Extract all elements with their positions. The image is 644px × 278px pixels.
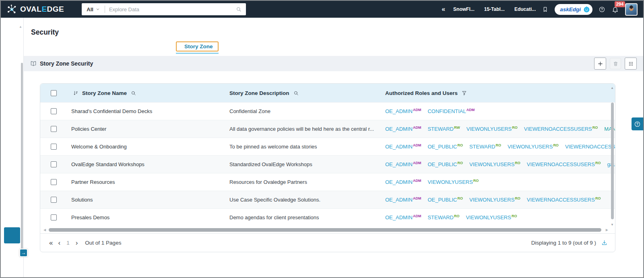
role-link[interactable]: OE_ADMINADM bbox=[385, 214, 421, 220]
global-search[interactable]: All bbox=[82, 3, 246, 15]
role-link[interactable]: CONFIDENTIALADM bbox=[427, 108, 475, 114]
row-checkbox[interactable] bbox=[51, 179, 57, 185]
download-icon[interactable] bbox=[601, 239, 608, 246]
column-search-icon[interactable] bbox=[130, 90, 136, 96]
row-checkbox[interactable] bbox=[51, 161, 57, 167]
role-link[interactable]: VIEWONLYUSERSRO bbox=[469, 196, 520, 203]
story-zone-name[interactable]: Sharad's Confidential Demo Decks bbox=[63, 108, 223, 114]
search-scope-dropdown[interactable]: All bbox=[87, 6, 101, 12]
horizontal-scroll-thumb[interactable] bbox=[49, 228, 601, 232]
table-row[interactable]: Sharad's Confidential Demo DecksConfiden… bbox=[40, 102, 615, 120]
column-header-roles[interactable]: Authorized Roles and Users bbox=[385, 90, 458, 96]
story-zone-name[interactable]: Presales Demos bbox=[63, 214, 223, 220]
role-link[interactable]: OE_ADMINADM bbox=[385, 108, 421, 114]
table-row[interactable]: Partner ResourcesResources for Ovaledge … bbox=[40, 173, 615, 191]
sidebar-expand-button[interactable]: → bbox=[19, 249, 28, 257]
sidebar-item-monitor-chart[interactable] bbox=[1, 41, 23, 58]
table-row[interactable]: SolutionsUse Case Specific Ovaledge Solu… bbox=[40, 191, 615, 208]
recent-item[interactable]: SnowFl... bbox=[451, 6, 475, 13]
select-all-checkbox[interactable] bbox=[51, 90, 57, 96]
story-zone-name[interactable]: Partner Resources bbox=[63, 179, 223, 185]
role-link[interactable]: OE_PUBLICRO bbox=[427, 143, 462, 150]
delete-button[interactable] bbox=[610, 58, 621, 69]
row-checkbox[interactable] bbox=[51, 144, 57, 150]
role-link[interactable]: VIEWONLYUSERSRO bbox=[427, 179, 479, 185]
role-link[interactable]: OE_PUBLICRO bbox=[427, 161, 462, 167]
role-link[interactable]: STEWARDRO bbox=[427, 214, 459, 220]
sidebar-item-bank[interactable] bbox=[1, 92, 23, 109]
story-zone-name[interactable]: OvalEdge Standard Workshops bbox=[63, 161, 223, 167]
role-link[interactable]: VIEWERNOACCESSUSERSRO bbox=[524, 126, 598, 132]
sidebar-item-building[interactable] bbox=[4, 227, 20, 243]
role-link[interactable]: OE_ADMINADM bbox=[385, 126, 421, 132]
scroll-down-arrow[interactable]: ▼ bbox=[611, 223, 614, 227]
next-page-button[interactable]: › bbox=[76, 239, 78, 246]
role-link[interactable]: VIEWONLYUSERSRO bbox=[508, 143, 559, 150]
help-icon[interactable] bbox=[599, 6, 605, 13]
role-link[interactable]: STEWARDRW bbox=[427, 126, 460, 132]
story-zone-name[interactable]: Policies Center bbox=[63, 126, 223, 132]
sidebar-scroll-up-icon[interactable]: ▲ bbox=[19, 25, 22, 29]
current-page[interactable]: 1 bbox=[66, 240, 70, 246]
sidebar-item-code[interactable] bbox=[1, 176, 23, 193]
role-link[interactable]: VIEWONLYUSERSRO bbox=[466, 126, 518, 132]
table-row[interactable]: Welcome & OnboardingTo be pinned as welc… bbox=[40, 138, 615, 155]
story-zone-name[interactable]: Solutions bbox=[63, 197, 223, 203]
table-row[interactable]: Presales DemosDemo agendas for client pr… bbox=[40, 208, 615, 226]
sidebar-item-device[interactable] bbox=[1, 18, 23, 24]
role-link[interactable]: VIEWERNOACCESSUSERSRO bbox=[527, 161, 601, 167]
row-checkbox[interactable] bbox=[51, 214, 57, 220]
scroll-right-arrow[interactable]: ▶ bbox=[606, 228, 608, 232]
search-icon[interactable] bbox=[235, 6, 242, 12]
column-header-description[interactable]: Story Zone Description bbox=[229, 90, 289, 96]
table-row[interactable]: OvalEdge Standard WorkshopsStandardized … bbox=[40, 155, 615, 173]
sidebar-item-database-check[interactable] bbox=[1, 109, 23, 126]
vertical-scroll-thumb[interactable] bbox=[611, 103, 614, 219]
row-checkbox[interactable] bbox=[51, 108, 57, 114]
first-page-button[interactable]: « bbox=[49, 239, 53, 246]
table-horizontal-scrollbar[interactable]: ◀ ▶ bbox=[43, 227, 612, 233]
sidebar-scrollbar[interactable] bbox=[21, 63, 23, 249]
column-header-name[interactable]: Story Zone Name bbox=[82, 90, 127, 96]
role-link[interactable]: VIEWERNOACCESSUSERSRO bbox=[565, 143, 615, 150]
notifications-bell[interactable]: 294 bbox=[611, 6, 619, 13]
filter-funnel-icon[interactable] bbox=[461, 90, 467, 96]
role-link[interactable]: OE_PUBLICRO bbox=[427, 196, 462, 203]
role-link[interactable]: OE_ADMINADM bbox=[385, 196, 421, 203]
search-input[interactable] bbox=[109, 6, 235, 12]
ovaledge-logo[interactable]: OVALEDGE bbox=[6, 4, 64, 15]
row-checkbox[interactable] bbox=[51, 126, 57, 132]
help-flyout-button[interactable] bbox=[632, 117, 643, 130]
role-link[interactable]: STEWARDRO bbox=[469, 143, 501, 150]
bookmark-icon[interactable] bbox=[542, 6, 549, 13]
scroll-left-arrow[interactable]: ◀ bbox=[43, 228, 46, 232]
collapse-recents-icon[interactable]: « bbox=[442, 6, 445, 13]
sidebar-item-open-book[interactable] bbox=[1, 126, 23, 142]
sidebar-item-timer[interactable] bbox=[1, 193, 23, 210]
scroll-up-arrow[interactable]: ▲ bbox=[611, 86, 614, 90]
role-link[interactable]: OE_ADMINADM bbox=[385, 179, 421, 185]
role-link[interactable]: VIEWONLYUSERSRO bbox=[469, 161, 520, 167]
story-zone-name[interactable]: Welcome & Onboarding bbox=[63, 144, 223, 150]
tab-story-zone[interactable]: Story Zone bbox=[176, 41, 219, 51]
user-avatar[interactable] bbox=[625, 3, 638, 16]
table-row[interactable]: Policies CenterAll data governance polic… bbox=[40, 120, 615, 138]
add-story-zone-button[interactable] bbox=[594, 58, 606, 70]
sidebar-item-hand-check[interactable] bbox=[1, 75, 23, 92]
sort-icon[interactable] bbox=[72, 90, 78, 96]
sidebar-item-clipboard[interactable] bbox=[1, 58, 23, 75]
sidebar-item-chat[interactable] bbox=[1, 142, 23, 159]
role-link[interactable]: OE_ADMINADM bbox=[385, 143, 421, 150]
role-link[interactable]: VIEWONLYUSERSRO bbox=[466, 214, 517, 220]
recent-item[interactable]: Educati... bbox=[512, 6, 536, 13]
sidebar-item-tools[interactable] bbox=[1, 210, 23, 227]
column-search-icon[interactable] bbox=[293, 90, 299, 96]
row-checkbox[interactable] bbox=[51, 197, 57, 203]
column-settings-button[interactable] bbox=[625, 58, 637, 70]
table-vertical-scrollbar[interactable]: ▲ ▼ bbox=[610, 84, 614, 252]
prev-page-button[interactable]: ‹ bbox=[58, 239, 60, 246]
sidebar-item-folder[interactable] bbox=[1, 159, 23, 176]
ask-edgi-button[interactable]: askEdgi bbox=[555, 4, 592, 15]
recent-item[interactable]: 15-Tabl... bbox=[482, 6, 505, 13]
role-link[interactable]: OE_ADMINADM bbox=[385, 161, 421, 167]
